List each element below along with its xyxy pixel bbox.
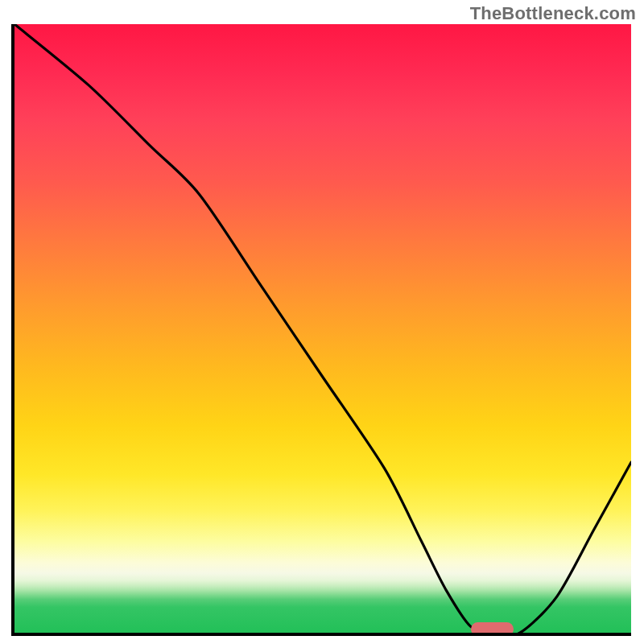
optimal-range-marker: [471, 622, 514, 636]
chart-plot-area: [11, 24, 631, 636]
watermark-text: TheBottleneck.com: [470, 3, 636, 24]
bottleneck-curve: [14, 24, 631, 633]
curve-path: [14, 24, 631, 633]
